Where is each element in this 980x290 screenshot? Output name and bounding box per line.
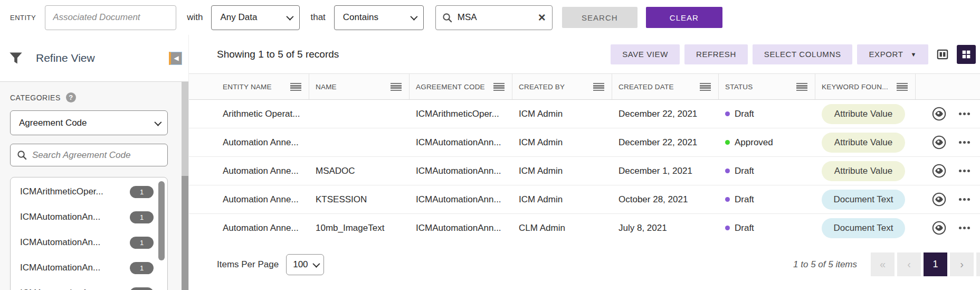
last-page-button[interactable] bbox=[976, 252, 980, 276]
select-columns-button[interactable]: SELECT COLUMNS bbox=[753, 44, 853, 64]
cell-keyword: Document Text bbox=[815, 218, 916, 238]
range-summary: 1 to 5 of 5 items bbox=[793, 259, 857, 270]
category-select[interactable]: Agreement Code bbox=[10, 110, 168, 135]
keyword-pill: Document Text bbox=[822, 218, 905, 238]
cell-actions bbox=[916, 221, 980, 235]
header-cell[interactable]: STATUS bbox=[719, 74, 815, 99]
header-cell[interactable]: CREATED BY bbox=[512, 74, 612, 99]
eye-icon[interactable] bbox=[932, 135, 946, 149]
condition-select[interactable]: Contains bbox=[334, 5, 424, 30]
header-cell[interactable]: AGREEMENT CODE bbox=[410, 74, 512, 99]
search-icon bbox=[442, 13, 452, 23]
header-cell-actions bbox=[916, 74, 980, 99]
cell-actions bbox=[916, 107, 980, 121]
table-row[interactable]: Arithmetic Operat... ICMArithmeticOper..… bbox=[189, 100, 980, 128]
table-header: ENTITY NAME NAME AGREEMENT CODE CREATED … bbox=[189, 74, 980, 100]
cell-agreement-code: ICMAutomationAnn... bbox=[410, 194, 512, 205]
category-search-input[interactable] bbox=[32, 150, 161, 161]
table-row[interactable]: Automation Anne... 10mb_ImageText ICMAut… bbox=[189, 214, 980, 239]
grid-view-toggle[interactable] bbox=[957, 45, 976, 64]
keyword-input[interactable] bbox=[458, 12, 538, 23]
eye-icon[interactable] bbox=[932, 107, 946, 121]
first-page-button[interactable]: « bbox=[871, 252, 895, 276]
current-page-button[interactable]: 1 bbox=[924, 252, 947, 276]
data-type-select[interactable]: Any Data bbox=[211, 5, 300, 30]
category-list-item[interactable]: ICMArithmeticOper... 1 bbox=[11, 179, 167, 204]
clear-search-icon[interactable]: × bbox=[538, 11, 546, 24]
cell-actions bbox=[916, 192, 980, 207]
count-badge: 1 bbox=[130, 287, 154, 290]
collapse-sidebar-button[interactable]: ◀ bbox=[169, 52, 182, 65]
keyword-pill: Document Text bbox=[822, 190, 905, 210]
status-label: Draft bbox=[735, 223, 754, 233]
category-list-item[interactable]: ICMAutomationAn... 1 bbox=[11, 255, 167, 280]
help-icon[interactable]: ? bbox=[66, 92, 76, 102]
column-menu-icon[interactable] bbox=[700, 83, 711, 91]
chevron-down-icon bbox=[287, 13, 294, 21]
cell-name: KTSESSION bbox=[309, 194, 410, 205]
count-badge: 1 bbox=[130, 237, 154, 249]
search-icon bbox=[17, 150, 27, 160]
category-list-item[interactable]: ICMAutomationAn... 1 bbox=[11, 204, 167, 230]
column-view-toggle[interactable] bbox=[933, 45, 952, 64]
chevron-down-icon bbox=[154, 118, 161, 126]
refresh-button[interactable]: REFRESH bbox=[684, 44, 748, 64]
header-cell[interactable]: ENTITY NAME bbox=[216, 74, 309, 99]
search-button[interactable]: SEARCH bbox=[562, 7, 638, 28]
column-menu-icon[interactable] bbox=[493, 83, 505, 91]
cell-keyword: Attribute Value bbox=[815, 133, 916, 153]
header-cell[interactable]: CREATED DATE bbox=[612, 74, 719, 99]
column-menu-icon[interactable] bbox=[796, 83, 807, 91]
entity-input[interactable] bbox=[45, 5, 176, 30]
column-menu-icon[interactable] bbox=[290, 83, 301, 91]
row-menu-icon[interactable] bbox=[959, 227, 962, 229]
header-cell[interactable]: NAME bbox=[309, 74, 410, 99]
cell-name: 10mb_ImageText bbox=[309, 223, 410, 233]
results-toolbar: Showing 1 to 5 of 5 records SAVE VIEW RE… bbox=[189, 35, 980, 74]
cell-agreement-code: ICMAutomationAnn... bbox=[410, 166, 512, 176]
export-button[interactable]: EXPORT ▼ bbox=[857, 44, 928, 64]
status-label: Draft bbox=[735, 109, 754, 119]
eye-icon[interactable] bbox=[932, 221, 946, 235]
column-menu-icon[interactable] bbox=[593, 83, 604, 91]
records-summary: Showing 1 to 5 of 5 records bbox=[217, 49, 339, 60]
sidebar-scrollbar[interactable] bbox=[182, 82, 188, 290]
table-row[interactable]: Automation Anne... KTSESSION ICMAutomati… bbox=[189, 185, 980, 214]
with-label: with bbox=[187, 12, 203, 23]
status-label: Approved bbox=[735, 137, 773, 148]
row-menu-icon[interactable] bbox=[959, 113, 962, 115]
cell-actions bbox=[916, 164, 980, 178]
eye-icon[interactable] bbox=[932, 164, 946, 178]
list-scrollbar[interactable] bbox=[158, 181, 165, 260]
cell-entity-name: Automation Anne... bbox=[216, 223, 309, 233]
entity-label: ENTITY bbox=[10, 14, 36, 22]
clear-button[interactable]: CLEAR bbox=[646, 7, 722, 28]
pagination: « ‹ 1 › bbox=[871, 252, 980, 276]
category-list-item[interactable]: ICMAutomationAn... 1 bbox=[11, 280, 167, 290]
row-menu-icon[interactable] bbox=[959, 170, 962, 172]
cell-keyword: Attribute Value bbox=[815, 161, 916, 181]
prev-page-button[interactable]: ‹ bbox=[897, 252, 921, 276]
chevron-down-icon bbox=[313, 260, 320, 267]
next-page-button[interactable]: › bbox=[950, 252, 974, 276]
category-list-item[interactable]: ICMAutomationAn... 1 bbox=[11, 230, 167, 255]
row-menu-icon[interactable] bbox=[959, 198, 962, 201]
chevron-down-icon bbox=[410, 13, 417, 21]
column-menu-icon[interactable] bbox=[897, 83, 908, 91]
table-row[interactable]: Automation Anne... MSADOC ICMAutomationA… bbox=[189, 157, 980, 185]
eye-icon[interactable] bbox=[932, 192, 946, 207]
table-row[interactable]: Automation Anne... ICMAutomationAnn... I… bbox=[189, 128, 980, 157]
row-menu-icon[interactable] bbox=[959, 141, 962, 144]
status-dot bbox=[725, 111, 730, 116]
column-menu-icon[interactable] bbox=[391, 83, 402, 91]
save-view-button[interactable]: SAVE VIEW bbox=[611, 44, 680, 64]
cell-created-date: December 1, 2021 bbox=[612, 166, 719, 176]
cell-keyword: Attribute Value bbox=[815, 104, 916, 124]
that-label: that bbox=[310, 12, 325, 23]
category-list: ICMArithmeticOper... 1 ICMAutomationAn..… bbox=[10, 177, 168, 290]
cell-created-by: ICM Admin bbox=[512, 194, 612, 205]
items-per-page-select[interactable]: 100 bbox=[286, 254, 324, 275]
cell-name: MSADOC bbox=[309, 166, 410, 176]
cell-entity-name: Automation Anne... bbox=[216, 166, 309, 176]
header-cell[interactable]: KEYWORD FOUN... bbox=[815, 74, 916, 99]
